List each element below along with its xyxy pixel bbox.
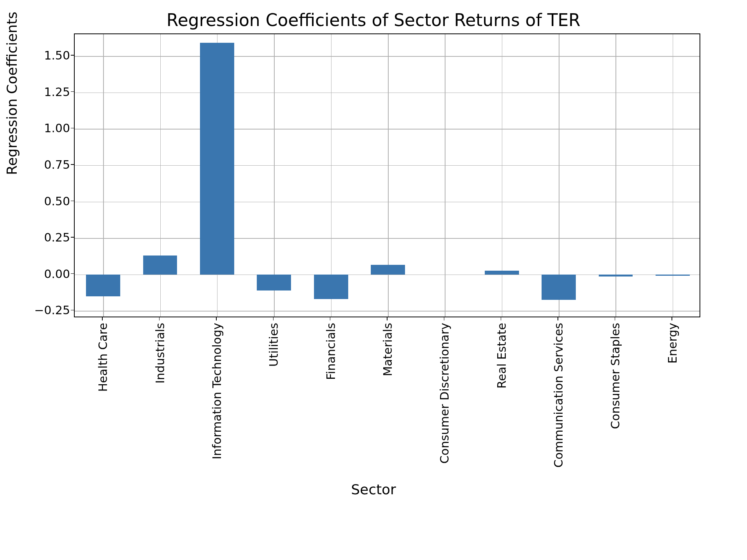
x-axis-label: Sector xyxy=(0,481,747,497)
xtick-mark xyxy=(330,317,331,320)
plot-area xyxy=(74,33,700,317)
ytick-label: 0.00 xyxy=(16,267,70,280)
ytick-mark xyxy=(71,91,74,92)
xtick-mark xyxy=(615,317,615,320)
ytick-mark xyxy=(71,273,74,274)
bar xyxy=(599,275,633,277)
ytick-mark xyxy=(71,237,74,238)
bar xyxy=(656,275,690,276)
bar xyxy=(314,275,348,299)
ytick-mark xyxy=(71,310,74,311)
xtick-label: Energy xyxy=(666,323,679,364)
xtick-mark xyxy=(273,317,274,320)
ytick-label: 0.50 xyxy=(16,194,70,208)
ytick-mark xyxy=(71,55,74,56)
ytick-label: 0.75 xyxy=(16,158,70,171)
xtick-label: Consumer Staples xyxy=(608,323,622,429)
xtick-mark xyxy=(444,317,445,320)
bar xyxy=(143,256,177,275)
bar xyxy=(257,275,291,290)
bar xyxy=(86,275,120,296)
gridline-h xyxy=(75,93,700,93)
xtick-mark xyxy=(102,317,103,320)
ytick-label: −0.25 xyxy=(16,303,70,317)
xtick-label: Utilities xyxy=(267,323,281,367)
xtick-mark xyxy=(387,317,388,320)
xtick-mark xyxy=(159,317,160,320)
xtick-mark xyxy=(216,317,217,320)
xtick-label: Materials xyxy=(381,323,395,376)
bar xyxy=(485,271,519,274)
xtick-label: Communication Services xyxy=(552,323,565,468)
ytick-label: 1.25 xyxy=(16,85,70,98)
xtick-mark xyxy=(672,317,672,320)
ytick-label: 1.00 xyxy=(16,121,70,135)
bar xyxy=(200,43,234,274)
xtick-label: Information Technology xyxy=(210,323,224,459)
ytick-mark xyxy=(71,128,74,129)
xtick-label: Health Care xyxy=(96,323,110,392)
xtick-label: Financials xyxy=(324,323,338,380)
ytick-label: 0.25 xyxy=(16,231,70,244)
bar xyxy=(371,265,405,274)
xtick-label: Real Estate xyxy=(495,323,509,388)
gridline-h xyxy=(75,129,700,130)
chart-title: Regression Coefficients of Sector Return… xyxy=(0,10,747,30)
ytick-mark xyxy=(71,201,74,201)
gridline-h xyxy=(75,56,700,57)
gridline-h xyxy=(75,202,700,203)
gridline-h xyxy=(75,238,700,239)
xtick-label: Industrials xyxy=(153,323,167,383)
chart-container: Regression Coefficients of Sector Return… xyxy=(0,0,747,560)
ytick-mark xyxy=(71,164,74,165)
gridline-h xyxy=(75,311,700,312)
xtick-label: Consumer Discretionary xyxy=(438,323,451,464)
gridline-v xyxy=(445,34,445,317)
xtick-mark xyxy=(558,317,558,320)
bar xyxy=(542,275,576,300)
ytick-label: 1.50 xyxy=(16,49,70,62)
gridline-h xyxy=(75,165,700,166)
xtick-mark xyxy=(501,317,502,320)
